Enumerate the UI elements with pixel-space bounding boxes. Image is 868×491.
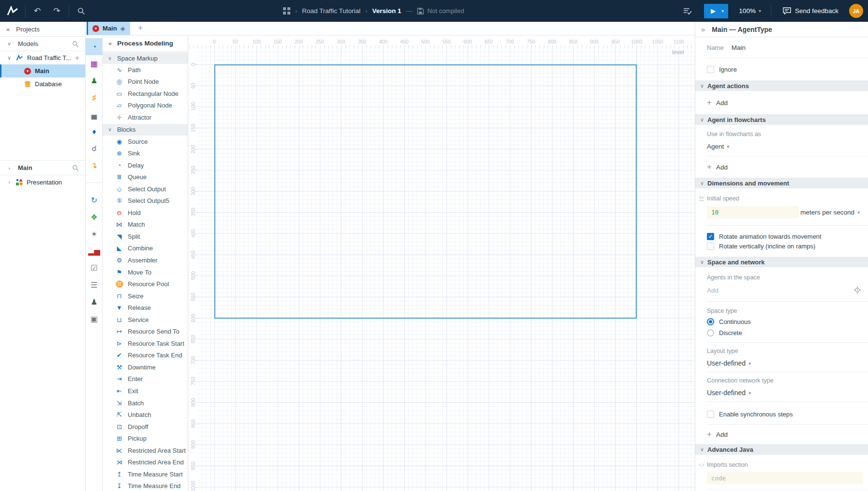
palette-item[interactable]: ⇲ Batch (103, 397, 188, 409)
section-dimensions-movement[interactable]: ∨ Dimensions and movement (695, 178, 868, 188)
section-agent-actions[interactable]: ∨ Agent actions (695, 80, 868, 91)
tree-item-database[interactable]: Database (0, 77, 85, 91)
space-network-add[interactable]: + Add (695, 425, 868, 444)
presentation-row[interactable]: › Presentation (0, 175, 85, 189)
palette-item[interactable]: ▭ Rectangular Node (103, 88, 188, 100)
canvas-grid[interactable] (198, 48, 695, 491)
search-icon[interactable] (72, 41, 79, 47)
layout-type-dropdown[interactable]: User-defined (707, 359, 746, 367)
avatar[interactable]: JA (849, 4, 863, 18)
palette-item[interactable]: ⇥ Enter (103, 373, 188, 385)
palette-item[interactable]: ⇤ Exit (103, 385, 188, 397)
palette-item[interactable]: ⊞ Pickup (103, 432, 188, 445)
palette-item[interactable]: ⊖ Hold (103, 207, 188, 219)
network-type-dropdown[interactable]: User-defined (707, 389, 746, 397)
palette-item[interactable]: ↥ Time Measure Start (103, 468, 188, 480)
palette-item[interactable]: ◔ Delay (103, 159, 188, 171)
search-icon[interactable] (72, 165, 79, 171)
sync-steps-checkbox[interactable] (707, 411, 714, 418)
palette-item[interactable]: ⚒ Downtime (103, 361, 188, 373)
presentation-palette-icon[interactable]: ❖ (86, 209, 103, 226)
palette-item[interactable]: Ⅲ Queue (103, 171, 188, 183)
tab-main[interactable]: ✦ Main ◈ (87, 22, 130, 35)
pedestrian-icon[interactable]: ♟ (86, 72, 103, 89)
imports-code-editor[interactable]: code (707, 472, 862, 484)
palette-item[interactable]: ✔ Resource Task End (103, 350, 188, 362)
statechart-icon[interactable]: ↴ (86, 157, 103, 174)
chevron-down-icon[interactable]: ∨ (6, 55, 12, 61)
palette-item[interactable]: ◎ Point Node (103, 76, 188, 88)
palette-item[interactable]: ✛ Attractor (103, 111, 188, 123)
chevron-right-icon[interactable]: › (6, 165, 12, 171)
new-tab-button[interactable]: + (138, 23, 143, 33)
use-in-flowcharts-dropdown[interactable]: Agent (707, 143, 724, 150)
anylogic-logo-icon[interactable] (4, 6, 23, 16)
road-traffic-icon[interactable]: ▄ (86, 106, 103, 123)
name-value[interactable]: Main (732, 44, 746, 51)
ignore-checkbox[interactable] (707, 66, 714, 73)
palette-item[interactable]: ⚑ Move To (103, 266, 188, 278)
section-advanced-java[interactable]: ∨ Advanced Java (695, 444, 868, 455)
agents-space-add-field[interactable]: Add (707, 287, 718, 294)
initial-speed-input[interactable]: 10 (707, 206, 799, 218)
chevron-right-icon[interactable]: › (6, 179, 12, 185)
palette-item[interactable]: ▼ Release (103, 302, 188, 314)
palette-item[interactable]: ↦ Resource Send To (103, 325, 188, 338)
undo-icon[interactable]: ↶ (28, 7, 47, 15)
apps-grid-icon[interactable] (283, 7, 290, 15)
palette-item[interactable]: ⚙ Assembler (103, 254, 188, 266)
palette-item[interactable]: ⇱ Unbatch (103, 409, 188, 421)
palette-item[interactable]: ◥ Split (103, 230, 188, 243)
send-feedback-button[interactable]: Send feedback (776, 7, 845, 15)
palette-item[interactable]: ⊡ Dropoff (103, 421, 188, 433)
palette-item[interactable]: ⊓ Seize (103, 290, 188, 302)
palette-item[interactable]: ⋈ Match (103, 219, 188, 231)
agent-in-flowcharts-add[interactable]: + Add (695, 156, 868, 178)
palette-item[interactable]: ⋉ Restricted Area Start (103, 445, 188, 457)
palette-item[interactable]: ⊔ Service (103, 314, 188, 326)
palette-item[interactable]: ▱ Polygonal Node (103, 100, 188, 112)
rotate-vertically-checkbox[interactable] (707, 243, 714, 250)
editor-canvas[interactable]: 0501001502002503003504004505005506006507… (188, 35, 695, 491)
breadcrumb-project[interactable]: Road Traffic Tutorial (302, 7, 360, 15)
pictures-icon[interactable]: ✶ (86, 226, 103, 243)
palette-item[interactable]: ↧ Time Measure End (103, 480, 188, 491)
continuous-radio[interactable] (707, 318, 714, 325)
database-palette-icon[interactable]: ☰ (86, 276, 103, 293)
tree-item-project[interactable]: ∨ Road Traffic T... + (0, 51, 85, 64)
palette-item[interactable]: ♊ Resource Pool (103, 278, 188, 290)
breadcrumb-version[interactable]: Version 1 (372, 7, 401, 15)
connectivity-icon[interactable]: ☌ (86, 140, 103, 157)
redo-icon[interactable]: ↷ (47, 7, 66, 15)
palette-item[interactable]: ⋊ Restricted Area End (103, 457, 188, 469)
initial-speed-units-dropdown[interactable]: meters per second ▾ (800, 209, 860, 216)
tree-item-main[interactable]: ✦ Main (0, 64, 85, 77)
rotate-animation-checkbox[interactable]: ✓ (707, 233, 714, 240)
fluid-icon[interactable]: ♦ (86, 123, 103, 140)
discrete-radio[interactable] (707, 329, 714, 337)
system-dynamics-icon[interactable]: ↻ (86, 192, 103, 209)
controls-icon[interactable]: ☑ (86, 260, 103, 276)
chevron-down-icon[interactable]: ∨ (6, 41, 12, 47)
collapse-palette-icon[interactable]: « (108, 40, 112, 47)
pick-target-icon[interactable] (853, 286, 861, 294)
layers-icon[interactable]: ◈ (120, 25, 125, 32)
section-agent-in-flowcharts[interactable]: ∨ Agent in flowcharts (695, 114, 868, 125)
palette-item[interactable]: ⊳ Resource Task Start (103, 338, 188, 350)
search-icon[interactable] (71, 7, 91, 15)
agent-space-rectangle[interactable] (214, 64, 637, 319)
process-modeling-icon[interactable]: ◔ (86, 38, 103, 55)
palette-section-blocks[interactable]: ∨ Blocks (103, 124, 188, 136)
agent-actions-add[interactable]: + Add (695, 91, 868, 114)
run-button[interactable]: ▶ ▾ (704, 4, 728, 18)
palette-section-space-markup[interactable]: ∨ Space Markup (103, 52, 188, 64)
models-section-row[interactable]: ∨ Models (0, 37, 85, 51)
expression-toggle-icon[interactable] (699, 196, 705, 201)
compile-tasks-icon[interactable] (677, 7, 698, 15)
add-agent-icon[interactable]: + (75, 54, 79, 62)
palette-item[interactable]: ◇ Select Output (103, 183, 188, 195)
palette-item[interactable]: ⑤ Select Output5 (103, 195, 188, 207)
palette-item[interactable]: ∿ Path (103, 64, 188, 76)
palette-item[interactable]: ◣ Combine (103, 243, 188, 255)
zoom-control[interactable]: 100% ▾ (734, 7, 766, 15)
